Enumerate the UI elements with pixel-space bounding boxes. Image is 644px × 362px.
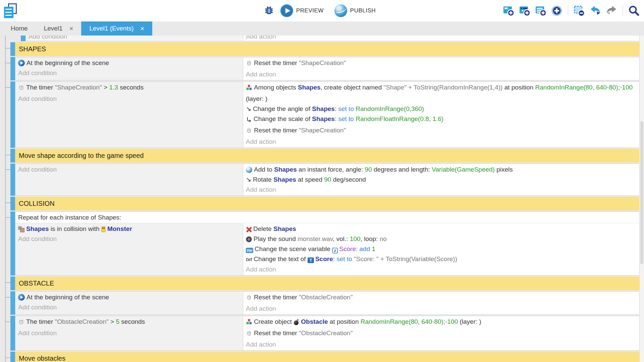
add-comment-icon[interactable]: [534, 4, 547, 17]
event-obstacle-timer[interactable]: The timer "ObstacleCreation" > 5 seconds…: [10, 316, 640, 351]
group-header-shapes[interactable]: SHAPES: [10, 42, 640, 56]
event-handle[interactable]: [10, 149, 15, 163]
create-object-icon: [246, 318, 252, 328]
action-add-force[interactable]: Add to Shapes an instant force, angle: 9…: [246, 165, 639, 175]
action-reset-timer[interactable]: Reset the timer "ObstacleCreation": [246, 328, 639, 340]
add-condition-button[interactable]: Add condition: [18, 328, 243, 338]
action-create-obstacle[interactable]: Create object Obstacle at position Rando…: [246, 317, 639, 328]
scene-variable-icon: z: [332, 248, 338, 253]
event-handle[interactable]: [10, 57, 15, 80]
toolbar-separator: [623, 5, 623, 16]
debugger-icon[interactable]: [262, 4, 276, 17]
event-handle[interactable]: [10, 316, 15, 351]
event-handle[interactable]: [10, 212, 15, 276]
event-handle[interactable]: [10, 352, 15, 362]
close-icon[interactable]: ×: [140, 25, 144, 33]
add-action-button[interactable]: Add action: [246, 137, 639, 147]
tab-level1[interactable]: Level1 ×: [36, 21, 82, 36]
condition-timer[interactable]: The timer "ObstacleCreation" > 5 seconds: [18, 317, 243, 328]
add-condition-button[interactable]: Add condition: [18, 165, 243, 175]
event-clipped-top[interactable]: Add condition Add action: [21, 36, 640, 41]
app-logo-icon[interactable]: [4, 3, 17, 18]
event-handle[interactable]: [10, 291, 15, 315]
group-header-collision[interactable]: COLLISION: [10, 197, 640, 210]
timer-icon: [246, 294, 252, 304]
event-shape-timer[interactable]: The timer "ShapeCreation" > 1.3 seconds …: [10, 81, 640, 148]
event-shapes-begin[interactable]: At the beginning of the scene Add condit…: [10, 57, 640, 80]
publish-globe-icon: [334, 4, 347, 17]
foreach-header[interactable]: Repeat for each instance of Shapes:: [15, 212, 639, 223]
tab-home[interactable]: Home: [3, 21, 36, 36]
group-header-move-obstacles[interactable]: Move obstacles: [10, 352, 640, 362]
preview-button[interactable]: PREVIEW: [280, 4, 330, 17]
add-plus-icon[interactable]: [550, 4, 564, 17]
vertical-scrollbar[interactable]: [640, 36, 644, 362]
scrollbar-thumb[interactable]: [640, 121, 643, 264]
action-change-angle[interactable]: ↘Change the angle of Shapes: set to Rand…: [246, 104, 639, 114]
sound-icon: [246, 236, 252, 242]
action-change-variable[interactable]: VarChange the scene variable zScore: add…: [246, 244, 639, 254]
action-play-sound[interactable]: Play the sound monster.wav, vol.: 100, l…: [246, 234, 639, 244]
group-header-move-shape[interactable]: Move shape according to the game speed: [10, 149, 640, 163]
add-action-button[interactable]: Add action: [246, 340, 639, 350]
delete-icon: [246, 227, 252, 232]
monster-icon: [101, 226, 106, 232]
add-event-icon[interactable]: [502, 4, 515, 17]
condition-collision[interactable]: Shapes is in collision with Monster: [18, 224, 243, 234]
preview-play-icon: [280, 4, 293, 17]
event-obstacle-begin[interactable]: At the beginning of the scene Add condit…: [10, 291, 640, 315]
condition-begin-scene[interactable]: At the beginning of the scene: [18, 292, 243, 302]
action-change-scale[interactable]: Change the scale of Shapes: set to Rando…: [246, 114, 639, 125]
event-handle[interactable]: [21, 36, 25, 41]
group-header-obstacle[interactable]: OBSTACLE: [10, 277, 640, 290]
undo-icon[interactable]: [589, 4, 602, 17]
action-create-among[interactable]: Among objects Shapes, create object name…: [246, 82, 639, 104]
add-action-button[interactable]: Add action: [246, 304, 639, 314]
condition-begin-scene[interactable]: At the beginning of the scene: [18, 58, 243, 68]
event-handle[interactable]: [10, 197, 15, 210]
event-foreach-shapes[interactable]: Repeat for each instance of Shapes: Shap…: [10, 212, 640, 276]
add-condition-button[interactable]: Add condition: [18, 302, 243, 312]
add-action-button[interactable]: Add action: [246, 36, 639, 41]
force-icon: [246, 167, 252, 173]
rotate-icon: ↘: [246, 175, 251, 185]
add-action-button[interactable]: Add action: [246, 69, 639, 79]
create-object-icon: [246, 84, 252, 94]
add-subevent-icon[interactable]: [518, 4, 531, 17]
toolbar-separator: [568, 5, 568, 16]
action-change-text[interactable]: txtChange the text of TScore: set to "Sc…: [246, 254, 639, 264]
scene-begin-icon: [18, 60, 25, 66]
event-handle[interactable]: [10, 277, 15, 290]
add-condition-button[interactable]: Add condition: [18, 234, 243, 244]
action-reset-timer[interactable]: Reset the timer "ShapeCreation": [246, 58, 639, 69]
add-condition-button[interactable]: Add condition: [18, 68, 243, 78]
publish-label: PUBLISH: [350, 7, 376, 14]
delete-selection-icon[interactable]: [573, 4, 586, 17]
event-handle[interactable]: [10, 42, 15, 56]
action-reset-timer[interactable]: Reset the timer "ShapeCreation": [246, 125, 639, 137]
timer-icon: [246, 59, 252, 69]
action-reset-timer[interactable]: Reset the timer "ObstacleCreation": [246, 292, 639, 304]
redo-icon[interactable]: [605, 4, 618, 17]
timer-icon: [246, 127, 252, 137]
tab-level1-events[interactable]: Level1 (Events) ×: [81, 21, 152, 36]
bomb-icon: [293, 319, 299, 325]
close-icon[interactable]: ×: [69, 25, 73, 33]
action-delete[interactable]: Delete Shapes: [246, 224, 639, 234]
events-sheet: Add condition Add action SHAPES At the b…: [0, 36, 644, 362]
preview-label: PREVIEW: [296, 7, 324, 14]
add-action-button[interactable]: Add action: [246, 185, 639, 195]
text-icon: txt: [246, 254, 252, 264]
add-action-button[interactable]: Add action: [246, 264, 639, 275]
event-move-shape[interactable]: Add condition Add to Shapes an instant f…: [10, 164, 640, 196]
add-condition-button[interactable]: Add condition: [18, 94, 243, 104]
add-condition-button[interactable]: Add condition: [29, 36, 243, 41]
action-rotate[interactable]: ↘Rotate Shapes at speed 90 deg/second: [246, 175, 639, 185]
event-handle[interactable]: [10, 81, 15, 148]
timer-icon: [18, 84, 24, 94]
condition-timer[interactable]: The timer "ShapeCreation" > 1.3 seconds: [18, 82, 243, 94]
publish-button[interactable]: PUBLISH: [334, 4, 382, 17]
collision-icon: [18, 226, 24, 232]
event-handle[interactable]: [10, 164, 15, 196]
search-icon[interactable]: [627, 4, 641, 17]
